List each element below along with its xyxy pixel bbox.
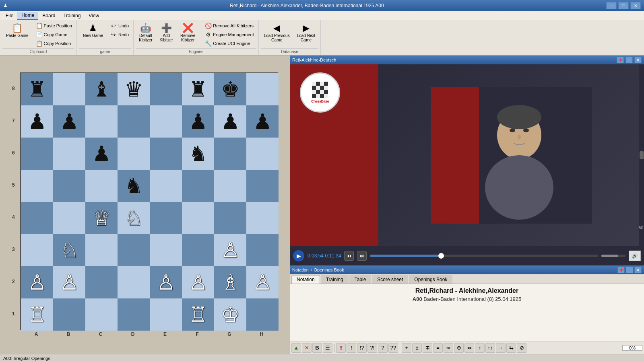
video-close-button[interactable]: ✕ (634, 57, 642, 63)
square-f5[interactable] (182, 170, 214, 202)
square-c3[interactable] (85, 234, 118, 266)
square-b2[interactable]: ♙ (53, 266, 85, 298)
square-a6[interactable] (21, 138, 53, 170)
minimize-button[interactable]: − (606, 2, 617, 9)
piece-a7[interactable]: ♟ (28, 111, 47, 132)
square-h3[interactable] (246, 234, 279, 266)
remove-kibitzer-button[interactable]: ❌ RemoveKibitzer (178, 22, 198, 44)
square-e5[interactable] (150, 170, 182, 202)
square-c7[interactable] (85, 105, 118, 138)
square-g5[interactable] (214, 170, 246, 202)
square-f3[interactable] (182, 234, 214, 266)
paste-position-button[interactable]: 📋 Paste Position (34, 22, 74, 30)
add-kibitzer-button[interactable]: ➕ AddKibitzer (157, 22, 176, 44)
tab-table[interactable]: Table (349, 275, 372, 284)
square-b4[interactable] (53, 202, 85, 234)
piece-d4[interactable]: ♘ (124, 208, 143, 228)
square-f4[interactable] (182, 202, 214, 234)
tab-notation[interactable]: Notation (291, 275, 320, 284)
piece-f6[interactable]: ♞ (189, 143, 208, 164)
square-f7[interactable]: ♟ (182, 105, 214, 138)
square-c6[interactable]: ♟ (85, 138, 118, 170)
load-prev-game-button[interactable]: ◀ Load PreviousGame (261, 22, 293, 44)
piece-f7[interactable]: ♟ (189, 111, 208, 132)
square-b6[interactable] (53, 138, 85, 170)
square-h8[interactable] (246, 73, 279, 105)
piece-c6[interactable]: ♟ (92, 143, 111, 164)
piece-g7[interactable]: ♟ (221, 111, 240, 132)
annotation-exclaim-q[interactable]: !? (357, 343, 367, 353)
piece-h2[interactable]: ♙ (253, 272, 272, 293)
annotation-circle[interactable]: ⊕ (454, 343, 464, 353)
annotation-flag[interactable]: ☰ (323, 343, 332, 353)
square-f6[interactable]: ♞ (182, 138, 214, 170)
square-a3[interactable] (21, 234, 53, 266)
piece-c8[interactable]: ♝ (92, 79, 111, 100)
annotation-up[interactable]: ↑ (475, 343, 485, 353)
piece-d5[interactable]: ♞ (124, 175, 143, 196)
square-e4[interactable] (150, 202, 182, 234)
notation-minimize-button[interactable]: − (626, 267, 633, 273)
square-f2[interactable]: ♙ (182, 266, 214, 298)
progress-thumb[interactable] (438, 253, 444, 259)
piece-g1[interactable]: ♔ (221, 304, 240, 325)
menu-home[interactable]: Home (17, 12, 38, 20)
square-c8[interactable]: ♝ (85, 73, 118, 105)
square-g3[interactable]: ♙ (214, 234, 246, 266)
piece-a2[interactable]: ♙ (28, 272, 47, 293)
notation-titlebar-controls[interactable]: 📌 − ✕ (617, 267, 642, 273)
piece-a1[interactable]: ♖ (28, 304, 47, 325)
undo-button[interactable]: ↩ Undo (108, 22, 131, 30)
annotation-plus-minus[interactable]: ± (412, 343, 422, 353)
menu-file[interactable]: File (2, 12, 17, 19)
piece-g2[interactable]: ♗ (221, 272, 240, 293)
square-f1[interactable]: ♖ (182, 298, 214, 331)
square-a8[interactable]: ♜ (21, 73, 53, 105)
square-a7[interactable]: ♟ (21, 105, 53, 138)
menu-training[interactable]: Training (59, 12, 85, 19)
square-h7[interactable]: ♟ (246, 105, 279, 138)
square-a5[interactable] (21, 170, 53, 202)
square-g6[interactable] (214, 138, 246, 170)
square-h5[interactable] (246, 170, 279, 202)
square-h4[interactable] (246, 202, 279, 234)
square-b8[interactable] (53, 73, 85, 105)
square-d3[interactable] (118, 234, 150, 266)
annotation-exchange[interactable]: ⇔ (464, 343, 474, 353)
chess-board[interactable]: ♜ ♝ ♛ ♜ ♚ ♟ ♟ ♟ ♟ ♟ ♟ (20, 72, 278, 330)
square-g1[interactable]: ♔ (214, 298, 246, 331)
square-b1[interactable] (53, 298, 85, 331)
square-a1[interactable]: ♖ (21, 298, 53, 331)
annotation-q-exclaim[interactable]: ?! (367, 343, 377, 353)
engine-management-button[interactable]: ⚙ Engine Management (203, 31, 256, 39)
copy-game-button[interactable]: 📄 Copy Game (34, 31, 74, 39)
square-g7[interactable]: ♟ (214, 105, 246, 138)
piece-f8[interactable]: ♜ (189, 79, 208, 100)
square-b5[interactable] (53, 170, 85, 202)
maximize-button[interactable]: □ (618, 2, 629, 9)
piece-g8[interactable]: ♚ (221, 79, 240, 100)
annotation-mistake[interactable]: ✕ (302, 343, 312, 353)
annotation-question2[interactable]: ?? (388, 343, 398, 353)
new-game-button[interactable]: ♟ New Game (79, 22, 107, 40)
annotation-exclaim[interactable]: ! (347, 343, 356, 353)
video-pin-button[interactable]: 📌 (617, 57, 624, 63)
piece-a8[interactable]: ♜ (28, 79, 47, 100)
square-e3[interactable] (150, 234, 182, 266)
piece-f1[interactable]: ♖ (189, 304, 208, 325)
tab-training[interactable]: Training (321, 275, 349, 284)
square-d6[interactable] (118, 138, 150, 170)
piece-b2[interactable]: ♙ (60, 272, 79, 293)
video-scrollbar[interactable]: 50 (639, 64, 644, 246)
square-d5[interactable]: ♞ (118, 170, 150, 202)
video-minimize-button[interactable]: − (625, 57, 633, 63)
load-next-game-button[interactable]: ▶ Load NextGame (294, 22, 318, 44)
annotation-leftright[interactable]: ⇆ (506, 343, 516, 353)
piece-g3[interactable]: ♙ (221, 240, 240, 261)
tab-score-sheet[interactable]: Score sheet (372, 275, 408, 284)
title-bar-controls[interactable]: − □ ✕ (606, 2, 641, 9)
progress-bar[interactable] (370, 255, 598, 257)
piece-d8[interactable]: ♛ (124, 79, 143, 100)
piece-c4[interactable]: ♕ (92, 208, 111, 228)
square-g2[interactable]: ♗ (214, 266, 246, 298)
